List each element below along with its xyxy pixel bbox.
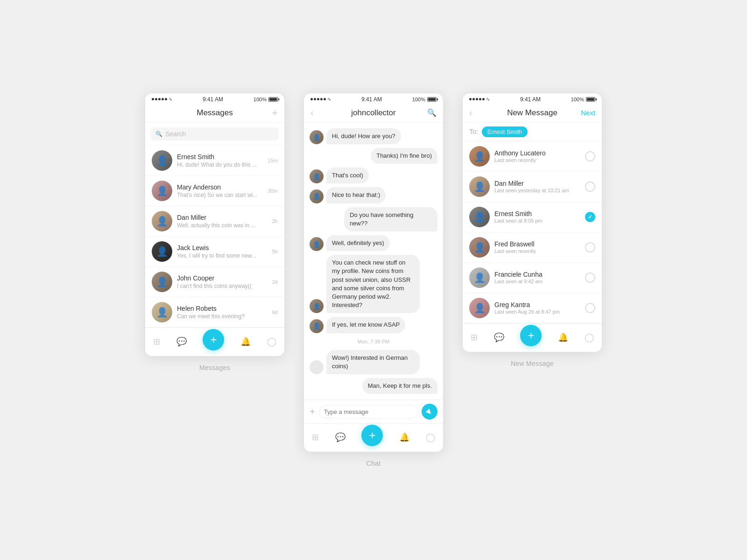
attach-button[interactable]: + [310, 406, 315, 417]
chat-bubble-row-left: Wow!) Interested in German coins) [310, 350, 437, 374]
avatar: 👤 [152, 211, 172, 231]
screen-label: New Message [511, 360, 554, 367]
signal-dot [152, 98, 154, 100]
signal-dot [476, 98, 478, 100]
avatar-glyph: 👤 [156, 247, 168, 256]
signal-dot [314, 98, 316, 100]
nav-bell-icon[interactable]: 🔔 [240, 336, 251, 347]
avatar: 👤 [469, 146, 490, 167]
search-box[interactable]: 🔍 Search [151, 127, 279, 140]
message-item[interactable]: 👤 Mary Anderson That's nice) So we can s… [145, 176, 284, 206]
contact-radio[interactable] [585, 151, 595, 161]
message-item[interactable]: 👤 Jack Lewis Yes, I will try to find som… [145, 237, 284, 267]
wifi-icon: ∿ [169, 97, 172, 102]
message-item[interactable]: 👤 Helen Robets Can we meet this evening?… [145, 297, 284, 328]
chat-bubble-row-left: 👤 Hi, dude! How are you? [310, 128, 437, 144]
contact-item[interactable]: 👤 Greg Kantra Last seen Aug 26 at 8:47 p… [463, 293, 602, 323]
contact-item[interactable]: 👤 Fred Braswell Last seen recently [463, 232, 602, 263]
screen-label: Messages [199, 364, 230, 371]
header-title: johncollector [351, 108, 395, 118]
battery-percent: 100% [412, 97, 425, 102]
contact-radio[interactable] [585, 182, 595, 192]
signal-dots [469, 98, 485, 100]
avatar-glyph: 👤 [474, 303, 486, 313]
signal-dot [472, 98, 475, 100]
contact-radio[interactable] [585, 273, 595, 283]
status-left: ∿ [310, 97, 331, 102]
nav-plus-button[interactable]: + [520, 325, 542, 346]
nav-person-icon[interactable]: ◯ [267, 336, 276, 347]
contact-radio[interactable] [585, 303, 595, 313]
message-name: Jack Lewis [177, 244, 268, 252]
next-button[interactable]: Next [581, 109, 595, 117]
wifi-icon: ∿ [327, 97, 331, 102]
header: ‹ New Message Next [463, 105, 602, 123]
contact-item[interactable]: 👤 Anthony Lucatero Last seen recently [463, 141, 602, 172]
back-button[interactable]: ‹ [469, 107, 472, 118]
battery-fill [587, 98, 594, 101]
chat-bubble: That's cool) [326, 168, 369, 183]
message-content: Ernest Smith Hi, dude! What do you do th… [177, 153, 263, 168]
back-button[interactable]: ‹ [310, 107, 314, 118]
chat-bubble: Do you have something new?? [344, 207, 437, 231]
send-button[interactable]: ▶ [422, 404, 437, 420]
message-item[interactable]: 👤 Dan Miller Well, actually this coin wa… [145, 206, 284, 237]
nav-person-icon[interactable]: ◯ [585, 332, 594, 343]
search-container: 🔍 Search [145, 123, 284, 146]
nav-chat-icon[interactable]: 💬 [494, 332, 504, 343]
contact-radio[interactable] [585, 242, 595, 252]
wifi-icon: ∿ [486, 97, 490, 102]
avatar-glyph: 👤 [474, 182, 486, 191]
header: Messages + [145, 105, 284, 123]
screen-label: Chat [366, 460, 381, 467]
nav-bell-icon[interactable]: 🔔 [399, 432, 409, 442]
to-row: To: Ernest Smith [463, 123, 602, 141]
chat-avatar [310, 360, 324, 374]
header-plus-button[interactable]: + [272, 107, 278, 119]
nav-plus-button[interactable]: + [203, 329, 224, 350]
nav-grid-icon[interactable]: ⊞ [153, 336, 160, 347]
contact-status: Last seen yesterday at 10:21 am [494, 188, 580, 193]
chat-avatar: 👤 [310, 299, 324, 313]
nav-plus-button[interactable]: + [361, 425, 383, 446]
nav-person-icon[interactable]: ◯ [426, 432, 435, 442]
nav-bell-icon[interactable]: 🔔 [558, 332, 568, 343]
message-content: Mary Anderson That's nice) So we can sta… [177, 183, 263, 198]
search-button[interactable]: 🔍 [427, 108, 437, 117]
chat-bubble-row-left: 👤 If yes, let me know ASAP [310, 317, 437, 333]
avatar-glyph: 👤 [156, 308, 168, 317]
nav-chat-icon[interactable]: 💬 [176, 336, 187, 347]
message-item[interactable]: 👤 John Cooper I can't find this coins an… [145, 267, 284, 297]
battery-icon [586, 97, 595, 102]
message-list: 👤 Ernest Smith Hi, dude! What do you do … [145, 146, 284, 328]
status-left: ∿ [469, 97, 490, 102]
nav-chat-icon[interactable]: 💬 [335, 432, 345, 442]
header-title: New Message [507, 108, 557, 118]
avatar-glyph: 👤 [156, 217, 168, 226]
message-input[interactable] [319, 405, 418, 419]
nav-grid-icon[interactable]: ⊞ [312, 432, 319, 442]
header-title: Messages [197, 108, 233, 118]
nav-grid-icon[interactable]: ⊞ [471, 332, 478, 343]
message-time: 5h [272, 249, 278, 254]
screen-new-message-wrapper: ∿ 9:41 AM 100% ‹ New Message Next To: Er… [462, 93, 602, 367]
contact-radio[interactable] [585, 212, 595, 222]
status-bar: ∿ 9:41 AM 100% [145, 93, 284, 105]
contact-item[interactable]: 👤 Franciele Cunha Last seen at 9:42 am [463, 263, 602, 293]
avatar: 👤 [152, 302, 172, 322]
chat-bubble: You can check new stuff on my profile. N… [326, 255, 420, 313]
message-item[interactable]: 👤 Ernest Smith Hi, dude! What do you do … [145, 146, 284, 176]
message-meta: 2h [272, 218, 278, 224]
contact-name: Dan Miller [494, 180, 580, 187]
to-chip[interactable]: Ernest Smith [482, 126, 528, 137]
chat-bubble: Wow!) Interested in German coins) [326, 350, 420, 374]
contact-info: Anthony Lucatero Last seen recently [494, 149, 580, 163]
battery-icon [427, 97, 437, 102]
message-meta: 30m [268, 188, 278, 194]
message-preview: Yes, I will try to find some new... [177, 252, 268, 259]
signal-dot [320, 98, 323, 100]
chat-bubble: Hi, dude! How are you? [326, 128, 401, 144]
contact-item[interactable]: 👤 Ernest Smith Last seen at 8:05 pm [463, 202, 602, 232]
message-preview: Hi, dude! What do you do this ... [177, 161, 263, 168]
contact-item[interactable]: 👤 Dan Miller Last seen yesterday at 10:2… [463, 172, 602, 202]
